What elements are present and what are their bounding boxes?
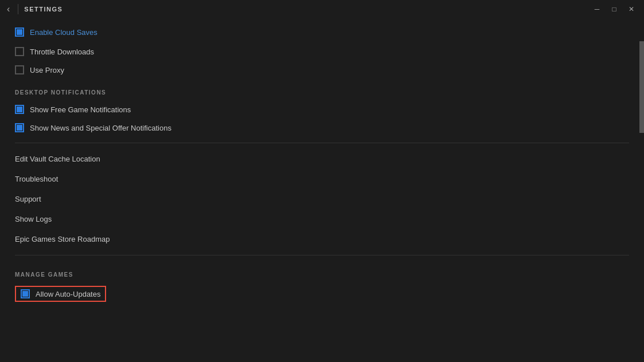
scrollbar-track[interactable] <box>639 18 644 362</box>
free-game-notifications-checkbox[interactable] <box>15 105 24 114</box>
manage-games-header: MANAGE GAMES <box>15 261 629 282</box>
title-bar: ‹ SETTINGS ─ □ ✕ <box>0 0 644 18</box>
throttle-downloads-item[interactable]: Throttle Downloads <box>15 42 629 61</box>
throttle-downloads-checkbox[interactable] <box>15 47 24 56</box>
cloud-saves-checkbox[interactable] <box>15 27 24 37</box>
news-notifications-checkbox[interactable] <box>15 123 24 132</box>
divider-2 <box>15 255 629 255</box>
desktop-notifications-header: DESKTOP NOTIFICATIONS <box>15 79 629 100</box>
news-notifications-label: Show News and Special Offer Notification… <box>30 124 171 132</box>
title-divider <box>18 4 18 14</box>
throttle-downloads-label: Throttle Downloads <box>30 48 94 56</box>
back-button[interactable]: ‹ <box>5 4 12 14</box>
auto-updates-wrapper: Allow Auto-Updates <box>15 282 629 305</box>
support-link[interactable]: Support <box>15 189 629 209</box>
main-content: Enable Cloud Saves Throttle Downloads Us… <box>0 18 644 362</box>
divider-1 <box>15 143 629 143</box>
page-title: SETTINGS <box>24 6 63 13</box>
close-button[interactable]: ✕ <box>623 3 639 15</box>
free-game-notifications-item[interactable]: Show Free Game Notifications <box>15 100 629 119</box>
cloud-saves-item: Enable Cloud Saves <box>15 18 629 42</box>
use-proxy-label: Use Proxy <box>30 66 64 74</box>
vault-cache-link[interactable]: Edit Vault Cache Location <box>15 149 629 169</box>
back-icon: ‹ <box>7 4 10 14</box>
roadmap-link[interactable]: Epic Games Store Roadmap <box>15 229 629 249</box>
scrollbar-thumb[interactable] <box>639 41 644 133</box>
free-game-notifications-label: Show Free Game Notifications <box>30 105 131 114</box>
auto-updates-label: Allow Auto-Updates <box>36 290 100 298</box>
title-bar-left: ‹ SETTINGS <box>5 4 63 14</box>
cloud-saves-checkbox-item[interactable]: Enable Cloud Saves <box>15 24 629 40</box>
auto-updates-checkbox[interactable] <box>21 289 30 298</box>
news-notifications-item[interactable]: Show News and Special Offer Notification… <box>15 119 629 137</box>
window-controls: ─ □ ✕ <box>589 3 639 15</box>
restore-button[interactable]: □ <box>606 3 622 15</box>
minimize-button[interactable]: ─ <box>589 3 605 15</box>
show-logs-link[interactable]: Show Logs <box>15 209 629 229</box>
troubleshoot-link[interactable]: Troubleshoot <box>15 169 629 189</box>
auto-updates-highlight[interactable]: Allow Auto-Updates <box>15 286 106 302</box>
settings-scroll-area[interactable]: Enable Cloud Saves Throttle Downloads Us… <box>0 18 644 362</box>
cloud-saves-label: Enable Cloud Saves <box>30 28 97 37</box>
use-proxy-checkbox[interactable] <box>15 65 24 74</box>
use-proxy-item[interactable]: Use Proxy <box>15 61 629 79</box>
